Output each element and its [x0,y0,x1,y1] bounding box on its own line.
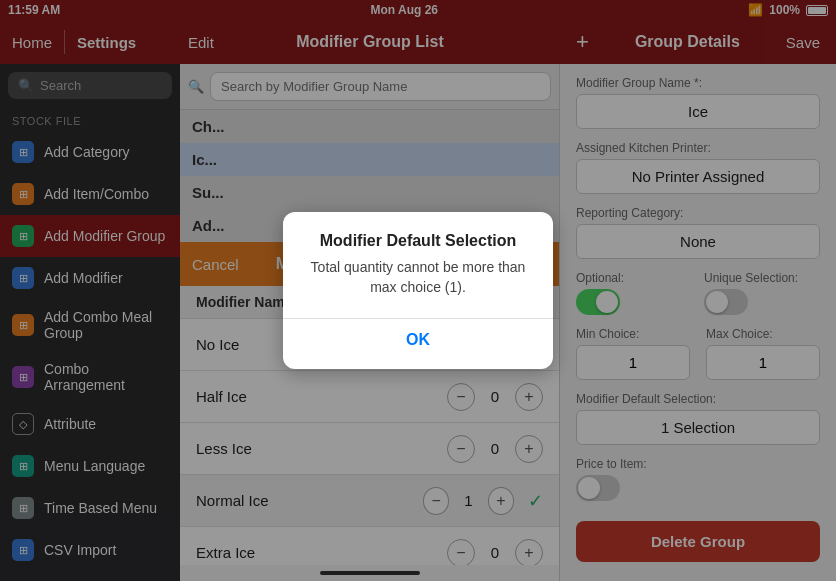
alert-overlay: Modifier Default Selection Total quantit… [0,0,836,581]
alert-dialog: Modifier Default Selection Total quantit… [283,212,553,368]
alert-ok-button[interactable]: OK [303,331,533,349]
alert-title: Modifier Default Selection [303,232,533,250]
alert-message: Total quantity cannot be more than max c… [303,258,533,297]
alert-divider [283,318,553,319]
